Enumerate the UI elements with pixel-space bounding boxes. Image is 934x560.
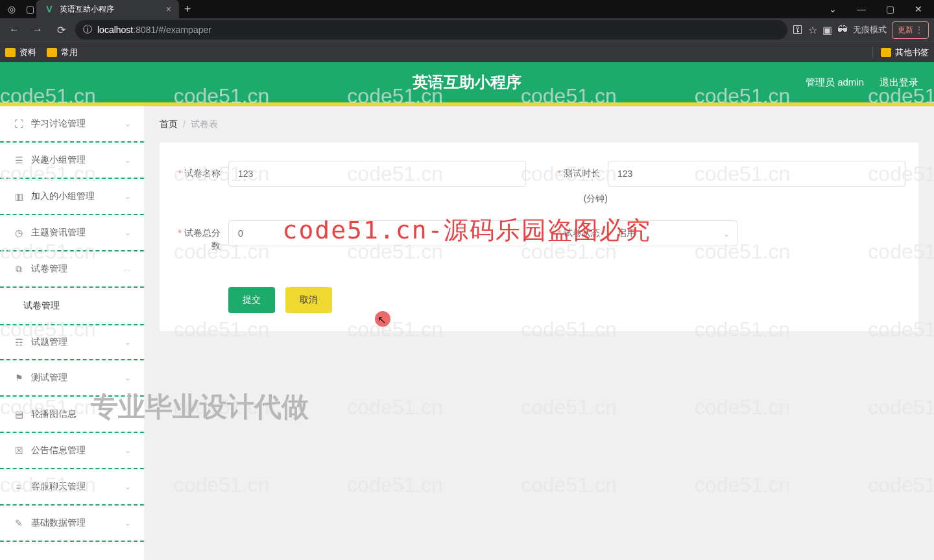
chevron-down-icon[interactable]: ⌄ — [820, 0, 846, 18]
input-total-score[interactable] — [228, 220, 526, 246]
chevron-down-icon: ⌄ — [125, 482, 131, 491]
sidebar-label: 学习讨论管理 — [31, 118, 125, 130]
sidebar-label: 轮播图信息 — [31, 408, 125, 420]
copy-icon: ⧉ — [13, 263, 25, 275]
back-button[interactable]: ← — [5, 21, 23, 39]
settings-icon: ✎ — [13, 517, 25, 529]
url-bar[interactable]: ⓘ localhost:8081/#/exampaper — [75, 20, 787, 40]
flag-icon: ⚑ — [13, 372, 25, 384]
chat-icon: ≡ — [13, 481, 25, 493]
folder-icon — [47, 48, 57, 57]
label-paper-name: *试卷名称 — [173, 161, 228, 180]
folder-icon — [881, 48, 891, 57]
new-tab-button[interactable]: + — [184, 3, 191, 16]
field-status: *试卷状态 ⌄ — [552, 220, 905, 252]
notice-icon: ☒ — [13, 445, 25, 456]
maximize-icon[interactable]: ▢ — [877, 0, 903, 18]
bookmark-item[interactable]: 常用 — [47, 47, 78, 58]
logout-button[interactable]: 退出登录 — [880, 76, 918, 89]
main-content: 首页 / 试卷表 *试卷名称 *测试时长 (分钟) — [144, 106, 934, 560]
cancel-button[interactable]: 取消 — [285, 287, 332, 313]
info-icon: ⓘ — [83, 24, 92, 36]
vue-icon: V — [44, 4, 54, 14]
sidebar-item-news[interactable]: ◷ 主题资讯管理 ⌄ — [0, 215, 144, 251]
breadcrumb-home[interactable]: 首页 — [160, 119, 178, 130]
minimize-icon[interactable]: — — [848, 0, 874, 18]
incognito-label: 无痕模式 — [853, 24, 887, 36]
app-body: ⛶ 学习讨论管理 ⌄ ☰ 兴趣小组管理 ⌄ ▥ 加入的小组管理 ⌄ ◷ 主题资讯… — [0, 106, 934, 560]
image-icon: ▤ — [13, 408, 25, 420]
star-icon[interactable]: ☆ — [808, 24, 817, 36]
sidebar-item-study[interactable]: ⛶ 学习讨论管理 ⌄ — [0, 106, 144, 143]
sidebar-label: 试题管理 — [31, 336, 125, 348]
sidebar-label: 测试管理 — [31, 372, 125, 384]
label-status: *试卷状态 — [552, 220, 608, 240]
tab-title: 英语互助小程序 — [60, 4, 161, 15]
app-title: 英语互助小程序 — [413, 72, 521, 93]
update-button[interactable]: 更新 ⋮ — [892, 21, 929, 39]
sidebar-item-notice[interactable]: ☒ 公告信息管理 ⌄ — [0, 433, 144, 469]
reload-button[interactable]: ⟳ — [52, 21, 70, 39]
list-icon: ☰ — [13, 154, 25, 166]
incognito-icon: 🕶 — [837, 24, 848, 36]
extension-icon[interactable]: ▣ — [822, 24, 832, 36]
breadcrumb: 首页 / 试卷表 — [160, 106, 918, 143]
chevron-down-icon: ⌄ — [125, 446, 131, 455]
browser-chrome: ◎ ▢ V 英语互助小程序 × + ⌄ — ▢ ✕ ← → ⟳ ⓘ localh… — [0, 0, 934, 62]
sidebar-item-papers[interactable]: ⧉ 试卷管理 ︿ — [0, 251, 144, 288]
chevron-up-icon: ︿ — [123, 264, 131, 275]
bookmark-label: 常用 — [61, 47, 78, 58]
browser-tab[interactable]: V 英语互助小程序 × — [36, 0, 179, 18]
label-total-score: *试卷总分数 — [173, 220, 228, 252]
input-duration[interactable] — [608, 161, 905, 187]
forward-button[interactable]: → — [29, 21, 47, 39]
bookmark-bar: 资料 常用 其他书签 — [0, 41, 934, 62]
field-total-score: *试卷总分数 — [173, 220, 526, 252]
admin-label[interactable]: 管理员 admin — [806, 76, 864, 89]
field-paper-name: *试卷名称 — [173, 161, 526, 205]
sidebar-item-joined[interactable]: ▥ 加入的小组管理 ⌄ — [0, 179, 144, 215]
chevron-down-icon: ⌄ — [125, 228, 131, 237]
url-port: :8081 — [133, 25, 156, 35]
bookmark-item[interactable]: 资料 — [5, 47, 36, 58]
breadcrumb-sep: / — [183, 119, 186, 130]
close-window-icon[interactable]: ✕ — [905, 0, 931, 18]
sidebar-subitem-papers[interactable]: 试卷管理 — [0, 288, 144, 324]
database-icon: ☶ — [13, 336, 25, 348]
label-duration: *测试时长 — [552, 161, 608, 180]
chevron-down-icon: ⌄ — [125, 119, 131, 128]
sidebar-label: 客服聊天管理 — [31, 481, 125, 493]
sidebar: ⛶ 学习讨论管理 ⌄ ☰ 兴趣小组管理 ⌄ ▥ 加入的小组管理 ⌄ ◷ 主题资讯… — [0, 106, 144, 560]
app-icon[interactable]: ▢ — [23, 3, 36, 16]
clock-icon: ◷ — [13, 227, 25, 239]
input-paper-name[interactable] — [228, 161, 526, 187]
sidebar-item-questions[interactable]: ☶ 试题管理 ⌄ — [0, 324, 144, 360]
globe-icon[interactable]: ◎ — [5, 3, 18, 16]
sidebar-item-basedata[interactable]: ✎ 基础数据管理 ⌄ — [0, 506, 144, 542]
select-status-value[interactable] — [608, 220, 737, 246]
nav-bar: ← → ⟳ ⓘ localhost:8081/#/exampaper ⚿ ☆ ▣… — [0, 18, 934, 41]
sidebar-item-carousel[interactable]: ▤ 轮播图信息 ⌄ — [0, 397, 144, 433]
url-path: /#/exampaper — [156, 25, 211, 35]
submit-button[interactable]: 提交 — [228, 287, 275, 313]
sidebar-label: 兴趣小组管理 — [31, 154, 125, 166]
bookmark-label: 其他书签 — [895, 47, 929, 58]
sidebar-label: 公告信息管理 — [31, 445, 125, 456]
sidebar-item-tests[interactable]: ⚑ 测试管理 ⌄ — [0, 360, 144, 397]
duration-unit: (分钟) — [552, 193, 608, 205]
other-bookmarks[interactable]: 其他书签 — [872, 47, 929, 58]
sidebar-item-groups[interactable]: ☰ 兴趣小组管理 ⌄ — [0, 143, 144, 179]
sidebar-item-chat[interactable]: ≡ 客服聊天管理 ⌄ — [0, 469, 144, 506]
chevron-down-icon: ⌄ — [125, 156, 131, 165]
url-host: localhost — [97, 25, 133, 35]
sidebar-label: 试卷管理 — [31, 263, 123, 275]
button-row: 提交 取消 — [173, 287, 905, 313]
sidebar-label: 基础数据管理 — [31, 517, 125, 529]
expand-icon: ⛶ — [13, 118, 25, 130]
key-icon[interactable]: ⚿ — [793, 24, 803, 36]
close-icon[interactable]: × — [166, 4, 171, 14]
select-status[interactable]: ⌄ — [608, 220, 737, 246]
chevron-down-icon: ⌄ — [723, 229, 730, 239]
sidebar-label: 主题资讯管理 — [31, 227, 125, 239]
chevron-down-icon: ⌄ — [125, 338, 131, 347]
